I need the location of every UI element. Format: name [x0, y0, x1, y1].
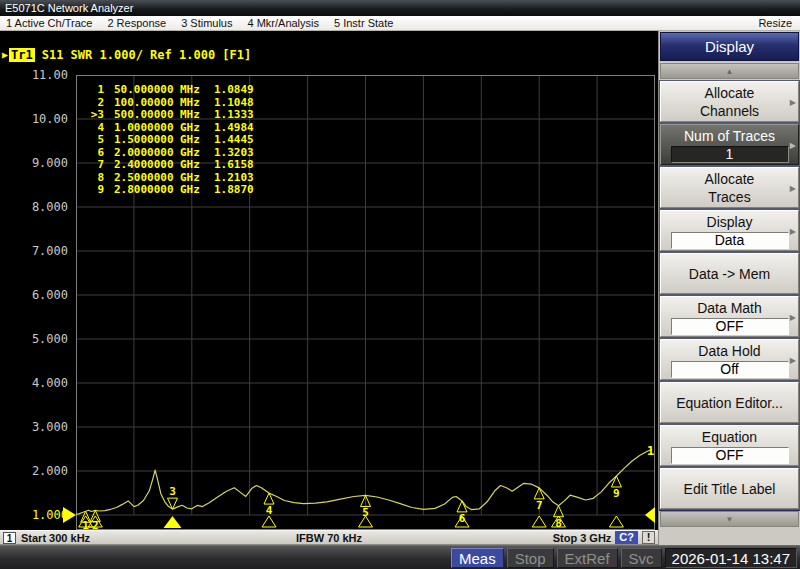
trace-name-chip[interactable]: Tr1: [9, 48, 35, 62]
marker-number: 6: [459, 512, 466, 525]
marker-number: 4: [266, 504, 273, 517]
menu-items: 1 Active Ch/Trace2 Response3 Stimulus4 M…: [0, 17, 758, 29]
softkey-edit-title-label[interactable]: Edit Title Label: [660, 468, 799, 509]
softkey-equation[interactable]: EquationOFF: [660, 425, 799, 466]
softkey-scroll-up-button[interactable]: ▲: [660, 63, 799, 79]
submenu-arrow-icon: ▶: [790, 312, 796, 321]
marker-table-row: >3500.00000MHz1.1333: [84, 109, 254, 122]
marker-value: 1.0849: [214, 84, 254, 97]
softkey-data-hold[interactable]: Data HoldOff▶: [660, 339, 799, 380]
marker-value: 1.6158: [214, 159, 254, 172]
softkey-value: 1: [671, 146, 789, 163]
menu-item[interactable]: 5 Instr State: [334, 17, 393, 29]
submenu-arrow-icon: ▶: [790, 226, 796, 235]
marker-frequency: 1.5000000: [114, 134, 176, 147]
marker-number: 1: [84, 84, 104, 97]
submenu-arrow-icon: ▶: [790, 140, 796, 149]
menu-item[interactable]: 4 Mkr/Analysis: [247, 17, 319, 29]
menu-item[interactable]: 2 Response: [107, 17, 166, 29]
softkey-label: Num of Traces: [684, 127, 775, 145]
marker-stimulus-indicator: [532, 516, 546, 527]
marker-table-row: 92.8000000GHz1.8870: [84, 184, 254, 197]
trace-number-label: 1: [647, 444, 654, 458]
trace-status-line: ▶ Tr1 S11 SWR 1.000/ Ref 1.000 [F1]: [2, 47, 251, 62]
softkey-label: Edit Title Label: [684, 480, 776, 498]
softkey-display[interactable]: DisplayData▶: [660, 210, 799, 251]
marker-table: 150.000000MHz1.08492100.00000MHz1.1048>3…: [84, 84, 254, 197]
marker-frequency-unit: GHz: [180, 159, 206, 172]
y-axis-tick-label: 7.000: [0, 244, 70, 258]
datetime-display: 2026-01-14 13:47: [665, 548, 797, 568]
softkey-menu-title: Display: [660, 32, 799, 61]
softkey-label: Data Hold: [698, 342, 760, 360]
resize-menu[interactable]: Resize: [758, 17, 800, 29]
softkey-label: Equation: [702, 428, 757, 446]
marker-frequency: 500.00000: [114, 109, 176, 122]
softkey-value: OFF: [671, 447, 789, 464]
softkey-sidebar: Display ▲ AllocateChannels▶Num of Traces…: [658, 31, 800, 545]
menu-bar: 1 Active Ch/Trace2 Response3 Stimulus4 M…: [0, 16, 800, 31]
marker-table-row: 72.4000000GHz1.6158: [84, 159, 254, 172]
active-marker-stimulus-indicator: [164, 516, 182, 528]
marker-stimulus-indicator: [609, 516, 623, 527]
swr-trace: [76, 449, 652, 514]
submenu-arrow-icon: ▶: [790, 355, 796, 364]
softkey-label: Traces: [708, 188, 750, 206]
menu-item[interactable]: 1 Active Ch/Trace: [6, 17, 92, 29]
marker-number: 7: [536, 499, 543, 512]
y-axis-tick-label: 5.000: [0, 332, 70, 346]
softkey-label: Channels: [700, 102, 759, 120]
status-chip-extref: ExtRef: [557, 548, 618, 568]
plot-area: 1123456789 150.000000MHz1.08492100.00000…: [76, 75, 655, 530]
softkey-label: Allocate: [705, 84, 755, 102]
marker-frequency-unit: MHz: [180, 109, 206, 122]
y-axis-tick-label: 2.000: [0, 464, 70, 478]
softkey-buttons: AllocateChannels▶Num of Traces1▶Allocate…: [659, 81, 800, 511]
marker-value: 1.4445: [214, 134, 254, 147]
marker-number: 7: [84, 159, 104, 172]
softkey-value: Data: [671, 232, 789, 249]
menu-item[interactable]: 3 Stimulus: [181, 17, 232, 29]
marker-stimulus-indicator: [262, 516, 276, 527]
active-marker-number: 3: [169, 485, 176, 498]
marker-number: 8: [555, 517, 562, 530]
marker-number: 5: [84, 134, 104, 147]
marker-frequency-unit: GHz: [180, 134, 206, 147]
status-chip-svc: Svc: [621, 548, 662, 568]
marker-pointer: [611, 476, 621, 487]
softkey-equation-editor[interactable]: Equation Editor...: [660, 382, 799, 423]
softkey-num-of-traces[interactable]: Num of Traces1▶: [660, 124, 799, 165]
reference-level-arrow-right: [645, 507, 655, 523]
active-trace-arrow-icon: ▶: [2, 49, 8, 60]
submenu-arrow-icon: ▶: [790, 97, 796, 106]
chevron-down-icon: ▼: [726, 515, 734, 524]
instrument-status-bar: MeasStopExtRefSvc 2026-01-14 13:47: [0, 545, 800, 569]
marker-number: 5: [362, 506, 369, 519]
y-axis-tick-label: 3.000: [0, 420, 70, 434]
chevron-up-icon: ▲: [726, 67, 734, 76]
y-axis-tick-label: 6.000: [0, 288, 70, 302]
softkey-scroll-down-button[interactable]: ▼: [660, 511, 799, 527]
softkey-allocate-traces[interactable]: AllocateTraces▶: [660, 167, 799, 208]
marker-frequency: 2.8000000: [114, 184, 176, 197]
marker-value: 1.1333: [214, 109, 254, 122]
y-axis-tick-label: 9.000: [0, 156, 70, 170]
softkey-data-mem[interactable]: Data -> Mem: [660, 253, 799, 294]
status-chips: MeasStopExtRefSvc: [451, 548, 662, 568]
warning-badge: !: [642, 531, 655, 544]
y-axis-tick-label: 10.00: [0, 112, 70, 126]
marker-number: >3: [84, 109, 104, 122]
window-title-bar: E5071C Network Analyzer: [0, 0, 800, 16]
softkey-allocate-channels[interactable]: AllocateChannels▶: [660, 81, 799, 122]
measurement-screen: ▶ Tr1 S11 SWR 1.000/ Ref 1.000 [F1] 11.0…: [0, 31, 658, 545]
stimulus-bar: 1 Start 300 kHz IFBW 70 kHz Stop 3 GHz C…: [0, 530, 658, 545]
softkey-data-math[interactable]: Data MathOFF▶: [660, 296, 799, 337]
correction-status-badge: C?: [615, 531, 638, 544]
marker-table-row: 51.5000000GHz1.4445: [84, 134, 254, 147]
softkey-label: Equation Editor...: [676, 394, 783, 412]
marker-frequency-unit: GHz: [180, 184, 206, 197]
softkey-label: Data Math: [697, 299, 762, 317]
softkey-label: Display: [707, 213, 753, 231]
submenu-arrow-icon: ▶: [790, 183, 796, 192]
marker-table-row: 150.000000MHz1.0849: [84, 84, 254, 97]
